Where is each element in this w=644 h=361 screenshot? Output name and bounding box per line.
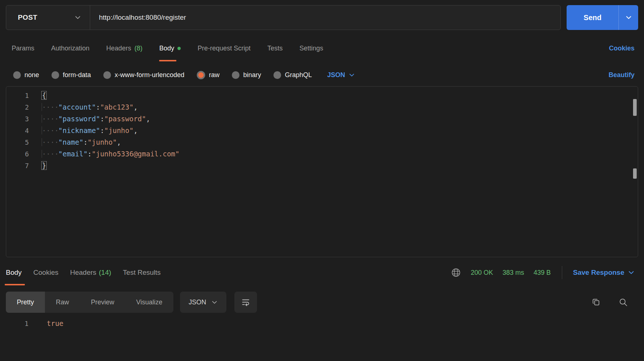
- comma: ,: [134, 126, 138, 134]
- search-icon[interactable]: [618, 297, 628, 307]
- radio-label: GraphQL: [285, 71, 312, 79]
- tab-label: Body: [159, 45, 174, 52]
- comma: ,: [134, 103, 138, 111]
- method-select[interactable]: POST: [6, 5, 90, 30]
- response-tab-body[interactable]: Body: [6, 257, 22, 288]
- network-globe-icon: [451, 267, 461, 278]
- wrap-text-icon: [241, 297, 250, 307]
- code-line: 7 }: [6, 160, 638, 171]
- indent-whitespace: [42, 103, 58, 111]
- radio-raw[interactable]: raw: [197, 71, 219, 79]
- radio-binary[interactable]: binary: [232, 71, 261, 79]
- code-line: 6 "email":"junho5336@gmail.com": [6, 148, 638, 160]
- response-language-select[interactable]: JSON: [180, 292, 226, 313]
- json-key: "name": [58, 138, 84, 146]
- open-brace: {: [42, 91, 46, 99]
- json-key: "nickname": [58, 126, 100, 134]
- radio-icon: [103, 71, 111, 79]
- radio-label: binary: [243, 71, 261, 79]
- save-response-button[interactable]: Save Response: [573, 269, 635, 277]
- code-line: 1 {: [6, 90, 638, 101]
- tab-label: Tests: [267, 45, 283, 52]
- chevron-down-icon: [74, 14, 81, 21]
- editor-scrollbar-thumb[interactable]: [633, 99, 637, 116]
- body-type-bar: none form-data x-www-form-urlencoded raw…: [0, 65, 644, 85]
- radio-icon: [51, 71, 59, 79]
- send-split-button: Send: [567, 5, 638, 30]
- language-label: JSON: [327, 71, 345, 79]
- json-value: "junho": [88, 138, 117, 146]
- response-tab-cookies[interactable]: Cookies: [33, 257, 58, 288]
- code-line: 5 "name":"junho",: [6, 136, 638, 148]
- wrap-text-button[interactable]: [234, 292, 257, 313]
- line-number: 4: [6, 127, 29, 134]
- response-body-viewer[interactable]: 1 true: [6, 317, 638, 330]
- response-size: 439 B: [533, 269, 551, 277]
- status-code: 200 OK: [471, 269, 493, 277]
- view-tab-preview[interactable]: Preview: [80, 292, 125, 313]
- editor-scrollbar-marker[interactable]: [633, 168, 637, 179]
- beautify-link[interactable]: Beautify: [609, 71, 635, 79]
- radio-graphql[interactable]: GraphQL: [273, 71, 312, 79]
- tab-label: Cookies: [33, 269, 58, 277]
- response-value: true: [47, 319, 64, 327]
- tab-body[interactable]: Body: [159, 35, 181, 61]
- radio-icon: [232, 71, 239, 79]
- colon: :: [83, 138, 87, 146]
- view-tab-raw[interactable]: Raw: [45, 292, 80, 313]
- response-action-icons: [591, 297, 638, 307]
- tab-authorization[interactable]: Authorization: [51, 35, 89, 61]
- code-line: 2 "account":"abc123",: [6, 101, 638, 113]
- tab-label: Authorization: [51, 45, 89, 52]
- language-select[interactable]: JSON: [327, 71, 355, 79]
- comma: ,: [146, 115, 150, 123]
- code-line: 4 "nickname":"junho",: [6, 125, 638, 136]
- copy-icon[interactable]: [591, 297, 601, 307]
- response-tab-test-results[interactable]: Test Results: [123, 257, 161, 288]
- radio-icon: [13, 71, 21, 79]
- line-number: 6: [6, 150, 29, 158]
- chevron-down-icon: [628, 269, 635, 276]
- radio-label: none: [24, 71, 39, 79]
- line-number: 2: [6, 103, 29, 111]
- radio-x-www-form-urlencoded[interactable]: x-www-form-urlencoded: [103, 71, 184, 79]
- colon: :: [100, 126, 104, 134]
- cookies-link[interactable]: Cookies: [609, 45, 635, 52]
- request-body-editor[interactable]: 1 { 2 "account":"abc123", 3 "password":"…: [6, 86, 638, 257]
- indent-whitespace: [42, 138, 58, 146]
- save-response-label: Save Response: [573, 269, 624, 277]
- divider: [562, 266, 562, 279]
- response-tab-headers[interactable]: Headers(14): [70, 257, 111, 288]
- chevron-down-icon: [625, 14, 632, 21]
- tab-params[interactable]: Params: [12, 35, 34, 61]
- method-label: POST: [18, 14, 37, 22]
- close-brace: }: [42, 162, 46, 170]
- radio-none[interactable]: none: [13, 71, 39, 79]
- tab-tests[interactable]: Tests: [267, 35, 283, 61]
- chevron-down-icon: [349, 72, 355, 78]
- tab-label: Test Results: [123, 269, 161, 277]
- json-value: "password": [104, 115, 146, 123]
- radio-form-data[interactable]: form-data: [51, 71, 91, 79]
- tab-headers[interactable]: Headers(8): [106, 35, 142, 61]
- indent-whitespace: [42, 115, 58, 123]
- tab-settings[interactable]: Settings: [299, 35, 323, 61]
- tab-pre-request-script[interactable]: Pre-request Script: [198, 35, 250, 61]
- language-label: JSON: [189, 299, 206, 306]
- send-button[interactable]: Send: [567, 5, 618, 30]
- headers-count: (14): [99, 269, 111, 277]
- line-number: 7: [6, 162, 29, 170]
- tab-label: Body: [6, 269, 22, 277]
- json-key: "account": [58, 103, 96, 111]
- send-options-button[interactable]: [618, 5, 638, 30]
- indent-whitespace: [42, 150, 58, 158]
- line-number: 3: [6, 115, 29, 123]
- url-input[interactable]: http://localhost:8080/register: [90, 14, 560, 22]
- view-tab-visualize[interactable]: Visualize: [125, 292, 173, 313]
- line-number: 5: [6, 138, 29, 146]
- response-header: Body Cookies Headers(14) Test Results 20…: [0, 257, 644, 288]
- response-status-group: 200 OK 383 ms 439 B Save Response: [451, 266, 635, 279]
- response-time: 383 ms: [502, 269, 524, 277]
- view-tab-pretty[interactable]: Pretty: [6, 292, 45, 313]
- indent-whitespace: [42, 126, 58, 134]
